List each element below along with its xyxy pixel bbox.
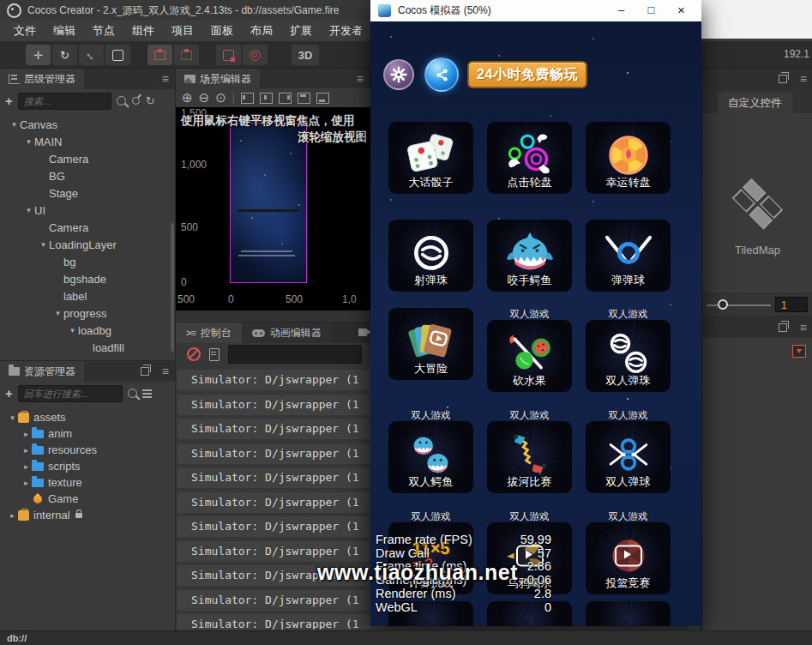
asset-node-internal[interactable]: ▸internal: [0, 507, 175, 523]
assets-tab[interactable]: 资源管理器: [0, 361, 84, 382]
scene-tab[interactable]: 场景编辑器: [176, 69, 260, 89]
asset-node-texture[interactable]: ▸texture: [0, 474, 175, 491]
hierarchy-node-camera[interactable]: Camera: [0, 150, 175, 167]
game-tile-cards[interactable]: 大冒险: [388, 308, 473, 392]
hierarchy-node-stage[interactable]: Stage: [0, 184, 175, 202]
tree-arrow-icon[interactable]: ▾: [67, 326, 78, 335]
simulator-titlebar[interactable]: Cocos 模拟器 (50%) – □ ×: [370, 0, 701, 21]
clear-console-icon[interactable]: [187, 347, 201, 361]
tiledmap-widget[interactable]: TiledMap: [702, 180, 812, 256]
hierarchy-node-canvas[interactable]: ▾Canvas: [0, 116, 175, 133]
tree-arrow-icon[interactable]: ▾: [23, 206, 34, 214]
tab-animation-editor[interactable]: 动画编辑器: [242, 322, 332, 343]
hierarchy-add-button[interactable]: +: [5, 93, 13, 108]
simulator-close-button[interactable]: ×: [666, 0, 696, 21]
game-tile-marble[interactable]: 射弹珠: [388, 220, 473, 292]
rotate-tool-button[interactable]: ↻: [52, 45, 77, 65]
slider-track[interactable]: [707, 304, 771, 306]
asset-node-game[interactable]: Game: [0, 491, 175, 507]
right-panel-2-menu-icon[interactable]: ≡: [800, 321, 807, 335]
assets-sort-icon[interactable]: [142, 389, 152, 391]
rect-tool-button[interactable]: [105, 45, 130, 65]
free-play-banner[interactable]: 24小时免费畅玩: [467, 61, 587, 88]
menu-item-1[interactable]: 编辑: [45, 21, 84, 41]
world-coord-button[interactable]: [243, 45, 268, 65]
slider-value-input[interactable]: 1: [775, 297, 808, 312]
zoom-reset-icon[interactable]: ⊙: [215, 90, 226, 105]
menu-item-6[interactable]: 布局: [242, 21, 281, 41]
slider-handle[interactable]: [718, 299, 728, 310]
scale-tool-button[interactable]: ↔: [79, 45, 104, 65]
hierarchy-node-loadfill[interactable]: loadfill: [0, 339, 175, 356]
settings-gear-button[interactable]: [383, 59, 414, 90]
simulator-maximize-button[interactable]: □: [636, 0, 666, 21]
share-button[interactable]: [424, 57, 459, 92]
scene-menu-icon[interactable]: ≡: [357, 72, 364, 86]
tree-arrow-icon[interactable]: ▾: [38, 240, 49, 249]
menu-item-4[interactable]: 项目: [163, 21, 202, 41]
hierarchy-node-bg[interactable]: BG: [0, 167, 175, 184]
hierarchy-node-main[interactable]: ▾MAIN: [0, 133, 175, 150]
hierarchy-node-bg[interactable]: bg: [0, 253, 175, 270]
hierarchy-node-label[interactable]: label: [0, 287, 175, 304]
game-tile-croc2[interactable]: 双人游戏双人鳄鱼: [388, 409, 473, 493]
tree-arrow-icon[interactable]: ▸: [7, 511, 18, 520]
hierarchy-node-bgshade[interactable]: bgshade: [0, 270, 175, 287]
tree-arrow-icon[interactable]: ▾: [9, 120, 20, 129]
hierarchy-node-progress[interactable]: ▾progress: [0, 304, 175, 322]
asset-node-resources[interactable]: ▸resources: [0, 442, 175, 458]
hierarchy-node-ui[interactable]: ▾UI: [0, 202, 175, 219]
align-left-icon[interactable]: [241, 93, 254, 104]
hierarchy-locate-icon[interactable]: [131, 96, 141, 105]
tree-arrow-icon[interactable]: ▸: [21, 430, 32, 438]
asset-node-scripts[interactable]: ▸scripts: [0, 458, 175, 474]
hierarchy-node-loadbg[interactable]: ▾loadbg: [0, 322, 175, 339]
align-bottom-icon[interactable]: [316, 93, 329, 104]
right-panel-menu-icon[interactable]: ≡: [800, 72, 807, 86]
align-top-icon[interactable]: [298, 93, 310, 104]
game-tile-partial[interactable]: [586, 601, 671, 626]
hierarchy-search-input[interactable]: [18, 93, 111, 110]
tab-console[interactable]: >≡ 控制台: [176, 322, 242, 343]
menu-item-5[interactable]: 面板: [202, 21, 242, 41]
tree-arrow-icon[interactable]: ▾: [23, 137, 34, 146]
game-tile-croc[interactable]: 咬手鳄鱼: [487, 220, 572, 292]
camera-tab-icon[interactable]: [358, 329, 367, 336]
game-tile-marble2[interactable]: 双人游戏双人弹珠: [586, 308, 671, 392]
menu-item-2[interactable]: 节点: [84, 21, 123, 41]
zoom-in-icon[interactable]: ⊕: [182, 90, 193, 105]
assets-search-icon[interactable]: [128, 389, 137, 398]
hierarchy-menu-icon[interactable]: ≡: [162, 72, 169, 86]
scene-viewport[interactable]: 使用鼠标右键平移视窗焦点，使用 滚轮缩放视图 1,5001,0005000: [176, 107, 370, 290]
hierarchy-node-camera[interactable]: Camera: [0, 219, 175, 236]
align-center-icon[interactable]: [260, 93, 273, 104]
game-tile-rings[interactable]: 点击轮盘: [487, 122, 572, 194]
right-panel-popout-icon[interactable]: [779, 75, 787, 83]
pivot-mode-button[interactable]: [147, 45, 172, 65]
assets-search-input[interactable]: [18, 385, 123, 402]
game-tile-dice[interactable]: 大话骰子: [388, 122, 473, 194]
align-right-icon[interactable]: [279, 93, 292, 104]
game-tile-pinball2[interactable]: 双人游戏双人弹球: [586, 409, 671, 493]
right-panel-2-popout-icon[interactable]: [779, 323, 787, 332]
game-tile-fruit[interactable]: 双人游戏砍水果: [487, 308, 572, 392]
menu-item-8[interactable]: 开发者: [321, 21, 371, 41]
console-filter-input[interactable]: [228, 345, 362, 364]
hierarchy-refresh-icon[interactable]: ↻: [146, 94, 155, 107]
assets-add-button[interactable]: +: [5, 386, 13, 401]
asset-node-assets[interactable]: ▾assets: [0, 409, 175, 425]
dropdown-widget-icon[interactable]: [792, 345, 806, 358]
hierarchy-search-icon[interactable]: [117, 96, 126, 105]
menu-item-3[interactable]: 组件: [123, 21, 163, 41]
anchor-mode-button[interactable]: [174, 45, 199, 65]
simulator-minimize-button[interactable]: –: [606, 0, 636, 21]
menu-item-0[interactable]: 文件: [5, 21, 45, 41]
tab-custom-widgets[interactable]: 自定义控件: [718, 93, 792, 113]
local-coord-button[interactable]: [216, 45, 241, 65]
hierarchy-node-loadinglayer[interactable]: ▾LoadingLayer: [0, 236, 175, 253]
tree-arrow-icon[interactable]: ▸: [21, 462, 32, 471]
asset-node-anim[interactable]: ▸anim: [0, 425, 175, 442]
hierarchy-tab[interactable]: 层级管理器: [0, 69, 84, 89]
3d-mode-button[interactable]: 3D: [292, 45, 319, 65]
game-tile-wheel[interactable]: 幸运转盘: [586, 122, 671, 194]
